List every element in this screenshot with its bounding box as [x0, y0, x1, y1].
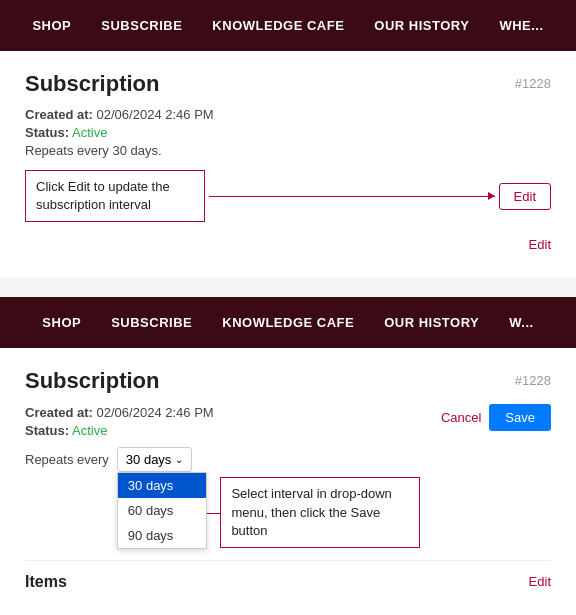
nav-our-history[interactable]: OUR HISTORY: [374, 18, 469, 33]
created-row-2: Created at: 02/06/2024 2:46 PM: [25, 405, 214, 420]
interval-dropdown-menu: 30 days 60 days 90 days: [117, 472, 207, 549]
items-header: Items Edit: [25, 560, 551, 591]
repeats-row-1: Repeats every 30 days.: [25, 143, 551, 158]
subscription-section-2: Subscription #1228 Created at: 02/06/202…: [0, 348, 576, 615]
nav2-knowledge-cafe[interactable]: KNOWLEDGE CAFE: [222, 315, 354, 330]
items-edit-link[interactable]: Edit: [529, 574, 551, 589]
action-bar: Cancel Save: [441, 404, 551, 431]
nav-shop[interactable]: SHOP: [32, 18, 71, 33]
subscription-header-2: Subscription #1228: [25, 368, 551, 394]
nav-knowledge-cafe[interactable]: KNOWLEDGE CAFE: [212, 18, 344, 33]
nav2-subscribe[interactable]: SUBSCRIBE: [111, 315, 192, 330]
chevron-down-icon: ⌄: [175, 454, 183, 465]
items-title: Items: [25, 573, 67, 591]
dropdown-option-90[interactable]: 90 days: [118, 523, 206, 548]
created-row-1: Created at: 02/06/2024 2:46 PM: [25, 107, 551, 122]
subscription-id-1: #1228: [515, 76, 551, 91]
nav2-more[interactable]: W...: [509, 315, 533, 330]
annotation-box-1: Click Edit to update the subscription in…: [25, 170, 205, 222]
edit-button-1[interactable]: Edit: [499, 183, 551, 210]
navbar-bottom: SHOP SUBSCRIBE KNOWLEDGE CAFE OUR HISTOR…: [0, 297, 576, 348]
status-row-2: Status: Active: [25, 423, 214, 438]
subscription-title-2: Subscription: [25, 368, 159, 394]
subscription-section-1: Subscription #1228 Created at: 02/06/202…: [0, 51, 576, 277]
annotation-box-2: Select interval in drop-down menu, then …: [220, 477, 420, 548]
status-label-2: Status:: [25, 423, 69, 438]
status-label-1: Status:: [25, 125, 69, 140]
subscription-id-2: #1228: [515, 373, 551, 388]
nav-more[interactable]: WHE...: [499, 18, 543, 33]
created-label-2: Created at:: [25, 405, 93, 420]
nav2-shop[interactable]: SHOP: [42, 315, 81, 330]
status-row-1: Status: Active: [25, 125, 551, 140]
created-value-1: 02/06/2024 2:46 PM: [97, 107, 214, 122]
repeats-label-2: Repeats every: [25, 447, 109, 467]
status-value-2: Active: [72, 423, 107, 438]
status-value-1: Active: [72, 125, 107, 140]
dropdown-current-value: 30 days: [126, 452, 172, 467]
cancel-button[interactable]: Cancel: [441, 410, 481, 425]
created-label-1: Created at:: [25, 107, 93, 122]
subscription-header-1: Subscription #1228: [25, 71, 551, 97]
nav2-our-history[interactable]: OUR HISTORY: [384, 315, 479, 330]
dropdown-option-30[interactable]: 30 days: [118, 473, 206, 498]
edit-link-bottom-1[interactable]: Edit: [529, 237, 551, 252]
interval-dropdown-trigger[interactable]: 30 days ⌄: [117, 447, 193, 472]
save-button[interactable]: Save: [489, 404, 551, 431]
created-value-2: 02/06/2024 2:46 PM: [97, 405, 214, 420]
section-gap: [0, 277, 576, 297]
nav-subscribe[interactable]: SUBSCRIBE: [101, 18, 182, 33]
interval-dropdown-wrapper: 30 days ⌄ 30 days 60 days 90 days: [117, 447, 193, 472]
navbar-top: SHOP SUBSCRIBE KNOWLEDGE CAFE OUR HISTOR…: [0, 0, 576, 51]
dropdown-option-60[interactable]: 60 days: [118, 498, 206, 523]
meta-info-2: Created at: 02/06/2024 2:46 PM Status: A…: [25, 405, 214, 441]
subscription-title-1: Subscription: [25, 71, 159, 97]
